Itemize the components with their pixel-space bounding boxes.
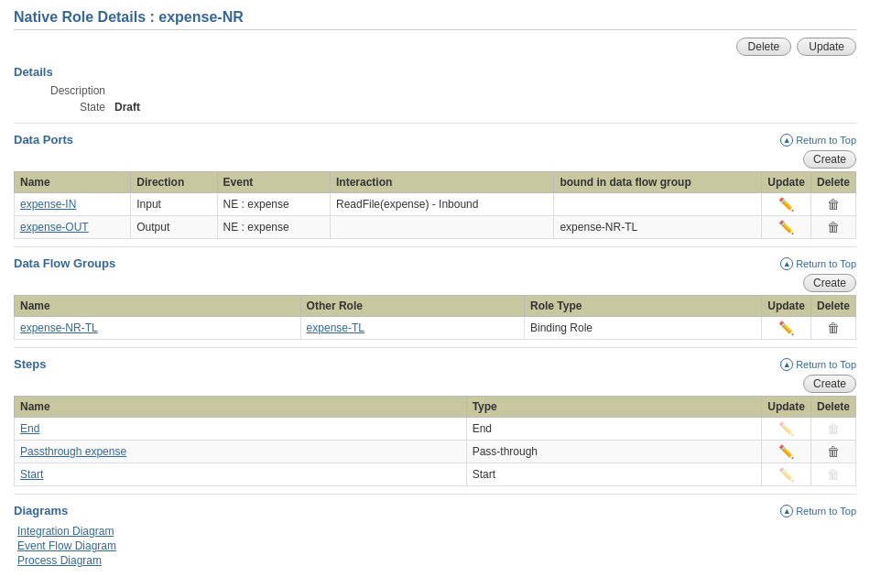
col-bound-group: bound in data flow group — [554, 172, 762, 193]
data-ports-create-row: Create — [14, 150, 856, 169]
dfg-other-role-link[interactable]: expense-TL — [307, 321, 364, 334]
return-icon-steps: ▲ — [780, 358, 793, 371]
data-flow-groups-table: Name Other Role Role Type Update Delete … — [14, 295, 856, 340]
steps-create-button[interactable]: Create — [803, 375, 856, 393]
data-ports-row: expense-OUT Output NE : expense expense-… — [15, 216, 856, 239]
step-update-cell: ✏️ — [762, 418, 811, 441]
dfg-col-other-role: Other Role — [300, 296, 524, 317]
dfg-update-icon[interactable]: ✏️ — [778, 321, 794, 335]
steps-section-header: Steps ▲ Return to Top — [14, 357, 856, 371]
dp-bound-group-cell — [554, 193, 762, 216]
dp-name-cell: expense-OUT — [15, 216, 131, 239]
dfg-col-delete: Delete — [810, 296, 855, 317]
description-row: Description — [14, 82, 856, 99]
steps-return-to-top[interactable]: ▲ Return to Top — [780, 358, 856, 371]
step-update-cell: ✏️ — [762, 441, 811, 463]
steps-col-type: Type — [466, 397, 762, 418]
dfg-col-name: Name — [15, 296, 301, 317]
dp-direction-cell: Output — [131, 216, 217, 239]
diagram-link[interactable]: Event Flow Diagram — [17, 539, 856, 552]
dp-update-icon[interactable]: ✏️ — [778, 197, 794, 212]
col-direction: Direction — [131, 172, 217, 193]
dfg-role-type-cell: Binding Role — [524, 317, 761, 340]
dfg-name-link[interactable]: expense-NR-TL — [20, 321, 98, 334]
dfg-col-role-type: Role Type — [524, 296, 761, 317]
dfg-header-row: Name Other Role Role Type Update Delete — [15, 296, 856, 317]
steps-return-label: Return to Top — [796, 359, 856, 370]
state-label: State — [32, 101, 105, 114]
dp-bound-group-cell: expense-NR-TL — [554, 216, 762, 239]
data-flow-groups-section-header: Data Flow Groups ▲ Return to Top — [14, 256, 856, 270]
step-delete-cell: 🗑 — [810, 441, 855, 463]
dp-event-cell: NE : expense — [217, 216, 330, 239]
step-type-cell: Start — [466, 463, 762, 486]
diagrams-title: Diagrams — [14, 504, 68, 517]
step-delete-icon: 🗑 — [827, 467, 840, 482]
step-update-icon[interactable]: ✏️ — [778, 444, 794, 459]
details-block: Description State Draft — [14, 82, 856, 115]
diagrams-return-label: Return to Top — [796, 506, 856, 517]
steps-row: End End ✏️ 🗑 — [15, 418, 856, 441]
dfg-name-cell: expense-NR-TL — [15, 317, 301, 340]
data-flow-groups-return-to-top[interactable]: ▲ Return to Top — [780, 257, 856, 270]
dfg-col-update: Update — [762, 296, 811, 317]
steps-table: Name Type Update Delete End End ✏️ 🗑 Pas… — [14, 396, 856, 486]
steps-row: Passthrough expense Pass-through ✏️ 🗑 — [15, 441, 856, 463]
steps-col-name: Name — [15, 397, 467, 418]
dfg-update-cell: ✏️ — [762, 317, 811, 340]
step-type-cell: Pass-through — [466, 441, 762, 463]
step-delete-icon: 🗑 — [827, 421, 840, 436]
step-name-link[interactable]: Start — [20, 468, 43, 481]
dp-name-link[interactable]: expense-IN — [20, 198, 76, 211]
steps-row: Start Start ✏️ 🗑 — [15, 463, 856, 486]
data-ports-return-to-top[interactable]: ▲ Return to Top — [780, 134, 856, 147]
step-name-link[interactable]: End — [20, 422, 39, 435]
data-ports-create-button[interactable]: Create — [803, 150, 856, 169]
steps-title: Steps — [14, 357, 46, 371]
top-buttons: Delete Update — [14, 38, 856, 56]
step-delete-cell: 🗑 — [810, 418, 855, 441]
step-name-cell: Start — [15, 463, 467, 486]
dp-event-cell: NE : expense — [217, 193, 330, 216]
dp-update-icon[interactable]: ✏️ — [778, 220, 794, 234]
data-flow-groups-create-row: Create — [14, 274, 856, 292]
data-ports-row: expense-IN Input NE : expense ReadFile(e… — [15, 193, 856, 216]
diagrams-section-header: Diagrams ▲ Return to Top — [14, 504, 856, 517]
dp-delete-icon[interactable]: 🗑 — [827, 197, 840, 212]
dfg-row: expense-NR-TL expense-TL Binding Role ✏️… — [15, 317, 856, 340]
data-ports-section-header: Data Ports ▲ Return to Top — [14, 133, 856, 147]
update-button[interactable]: Update — [797, 38, 856, 56]
dfg-delete-icon[interactable]: 🗑 — [827, 321, 840, 335]
step-name-link[interactable]: Passthrough expense — [20, 445, 126, 458]
col-name: Name — [15, 172, 131, 193]
dp-delete-icon[interactable]: 🗑 — [827, 220, 840, 234]
dp-delete-cell: 🗑 — [810, 216, 855, 239]
step-update-cell: ✏️ — [762, 463, 811, 486]
dp-name-link[interactable]: expense-OUT — [20, 221, 89, 234]
diagram-link[interactable]: Integration Diagram — [17, 525, 856, 538]
col-update: Update — [762, 172, 811, 193]
data-flow-groups-return-label: Return to Top — [796, 258, 856, 269]
data-ports-return-label: Return to Top — [796, 135, 856, 146]
dp-update-cell: ✏️ — [762, 193, 811, 216]
dp-interaction-cell: ReadFile(expense) - Inbound — [331, 193, 554, 216]
dp-update-cell: ✏️ — [762, 216, 811, 239]
data-flow-groups-create-button[interactable]: Create — [803, 274, 856, 292]
diagram-link[interactable]: Process Diagram — [17, 554, 856, 567]
step-delete-icon[interactable]: 🗑 — [827, 444, 840, 459]
details-section-header: Details — [14, 65, 856, 79]
dp-name-cell: expense-IN — [15, 193, 131, 216]
delete-button[interactable]: Delete — [736, 38, 792, 56]
step-delete-cell: 🗑 — [810, 463, 855, 486]
return-icon-diagrams: ▲ — [780, 505, 793, 517]
step-name-cell: Passthrough expense — [15, 441, 467, 463]
step-update-icon: ✏️ — [778, 467, 794, 482]
col-delete: Delete — [810, 172, 855, 193]
data-ports-header-row: Name Direction Event Interaction bound i… — [15, 172, 856, 193]
diagrams-return-to-top[interactable]: ▲ Return to Top — [780, 505, 856, 517]
steps-create-row: Create — [14, 375, 856, 393]
step-update-icon: ✏️ — [778, 421, 794, 436]
steps-header-row: Name Type Update Delete — [15, 397, 856, 418]
description-label: Description — [32, 84, 105, 97]
state-value: Draft — [114, 101, 140, 114]
